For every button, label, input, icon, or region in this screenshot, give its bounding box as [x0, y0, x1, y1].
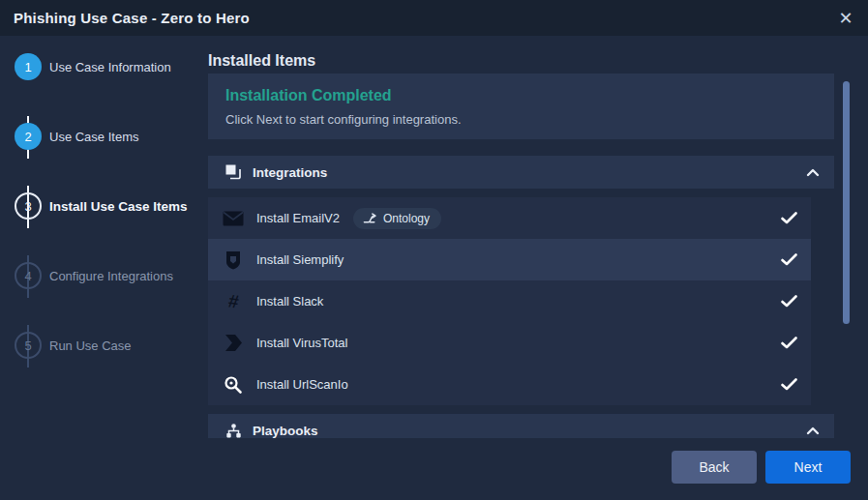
email-icon [222, 207, 245, 230]
step-install-use-case-items[interactable]: 3 Install Use Case Items [0, 192, 208, 220]
step-number-badge: 5 [15, 332, 42, 359]
step-label: Install Use Case Items [49, 199, 188, 214]
step-number-badge: 1 [15, 53, 42, 80]
list-item-label: Install EmailV2 [256, 211, 340, 225]
integrations-stack-icon [224, 163, 243, 181]
ontology-badge[interactable]: Ontology [353, 208, 441, 229]
wizard-stepper: 1 Use Case Information 2 Use Case Items … [0, 36, 208, 500]
step-label: Configure Integrations [49, 269, 173, 283]
chevron-up-icon[interactable] [806, 168, 820, 177]
installation-status-title: Installation Completed [225, 87, 817, 104]
step-number-badge: 3 [15, 192, 42, 220]
slack-icon: # [222, 290, 245, 313]
badge-label: Ontology [383, 212, 430, 225]
section-label: Playbooks [253, 424, 318, 438]
step-label: Use Case Items [49, 130, 138, 144]
step-configure-integrations[interactable]: 4 Configure Integrations [0, 262, 208, 289]
list-item-label: Install VirusTotal [256, 336, 347, 350]
urlscan-magnifier-icon [222, 373, 245, 397]
list-item-label: Install UrlScanIo [256, 377, 348, 392]
siemplify-shield-icon [222, 249, 245, 272]
list-item-install-siemplify[interactable]: Install Siemplify [208, 239, 811, 280]
page-title: Installed Items [208, 52, 315, 70]
installation-status-subtitle: Click Next to start configuring integrat… [225, 112, 817, 127]
step-number-badge: 4 [15, 262, 42, 289]
list-item-label: Install Siemplify [256, 252, 344, 267]
vertical-scrollbar[interactable] [843, 81, 850, 324]
virustotal-icon [222, 332, 245, 355]
modal-title: Phishing Use Case - Zero to Hero [14, 10, 250, 26]
list-item-install-urlscanio[interactable]: Install UrlScanIo [208, 364, 811, 405]
step-label: Use Case Information [49, 60, 171, 74]
list-item-install-virustotal[interactable]: Install VirusTotal [208, 322, 811, 364]
step-run-use-case[interactable]: 5 Run Use Case [0, 332, 208, 359]
back-button[interactable]: Back [672, 451, 757, 484]
installed-items-scroll-area: Installation Completed Click Next to sta… [208, 74, 834, 438]
step-number-badge: 2 [15, 123, 42, 150]
chevron-up-icon[interactable] [806, 426, 820, 435]
check-icon [781, 295, 797, 308]
close-icon[interactable]: ✕ [833, 6, 858, 31]
ontology-branch-icon [363, 212, 377, 225]
list-item-label: Install Slack [256, 294, 323, 309]
playbooks-sitemap-icon [224, 422, 243, 438]
check-icon [781, 253, 797, 266]
section-header-playbooks[interactable]: Playbooks [208, 414, 834, 438]
check-icon [781, 337, 797, 349]
section-header-integrations[interactable]: Integrations [208, 156, 834, 189]
next-button[interactable]: Next [765, 451, 851, 484]
install-use-case-modal: Phishing Use Case - Zero to Hero ✕ 1 Use… [0, 0, 868, 500]
list-item-install-emailv2[interactable]: Install EmailV2 Ontology [208, 197, 811, 239]
installation-status-banner: Installation Completed Click Next to sta… [208, 74, 834, 139]
section-label: Integrations [253, 165, 327, 180]
step-use-case-information[interactable]: 1 Use Case Information [0, 53, 208, 80]
check-icon [781, 378, 797, 391]
step-use-case-items[interactable]: 2 Use Case Items [0, 123, 208, 150]
check-icon [781, 212, 797, 224]
step-label: Run Use Case [49, 338, 132, 353]
list-item-install-slack[interactable]: # Install Slack [208, 280, 811, 322]
modal-titlebar: Phishing Use Case - Zero to Hero [0, 0, 868, 36]
